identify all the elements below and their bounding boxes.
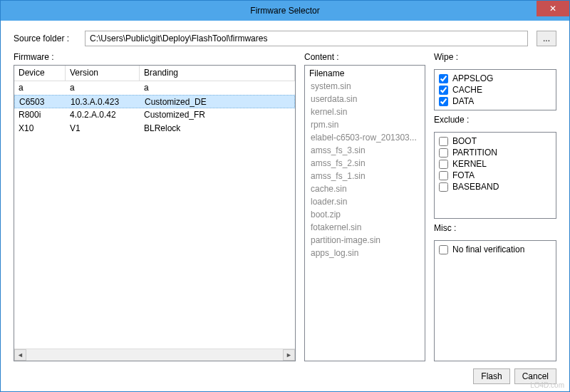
- close-icon: ✕: [549, 4, 556, 13]
- firmware-label: Firmware :: [14, 52, 296, 62]
- exclude-label: KERNEL: [452, 159, 487, 169]
- cell-device: R800i: [14, 108, 66, 122]
- filter-device[interactable]: a: [14, 81, 66, 95]
- content-header: Filename: [308, 67, 422, 80]
- source-folder-input[interactable]: [85, 31, 528, 46]
- scroll-left-icon[interactable]: ◄: [14, 349, 26, 361]
- exclude-option[interactable]: KERNEL: [439, 158, 551, 170]
- exclude-label: PARTITION: [452, 148, 497, 158]
- header-branding[interactable]: Branding: [140, 66, 295, 81]
- dialog-body: Source folder : ... Firmware : Device Ve…: [1, 21, 569, 391]
- filter-version[interactable]: a: [66, 81, 140, 95]
- exclude-label: BASEBAND: [452, 182, 499, 192]
- source-folder-row: Source folder : ...: [14, 31, 556, 46]
- cell-branding: Customized_DE: [140, 96, 294, 108]
- misc-option[interactable]: No final verification: [439, 244, 551, 255]
- wipe-checkbox[interactable]: [439, 86, 448, 95]
- list-item[interactable]: loader.sin: [308, 195, 422, 208]
- exclude-checkbox[interactable]: [439, 160, 448, 169]
- firmware-selector-window: Firmware Selector ✕ Source folder : ... …: [0, 0, 570, 392]
- wipe-option[interactable]: APPSLOG: [439, 73, 551, 84]
- filter-row: a a a: [14, 81, 295, 95]
- header-device[interactable]: Device: [14, 66, 66, 81]
- exclude-label: FOTA: [452, 170, 475, 180]
- wipe-checkgroup: APPSLOGCACHEDATA: [434, 69, 556, 110]
- header-version[interactable]: Version: [66, 66, 140, 81]
- exclude-option[interactable]: BOOT: [439, 135, 551, 147]
- cell-device: C6503: [15, 96, 66, 108]
- exclude-checkbox[interactable]: [439, 137, 448, 146]
- list-item[interactable]: boot.zip: [308, 208, 422, 221]
- list-item[interactable]: fotakernel.sin: [308, 221, 422, 234]
- misc-label: No final verification: [452, 244, 524, 254]
- list-item[interactable]: rpm.sin: [308, 118, 422, 131]
- main-panels: Firmware : Device Version Branding a a a…: [14, 52, 556, 361]
- exclude-option[interactable]: BASEBAND: [439, 181, 551, 192]
- exclude-checkbox[interactable]: [439, 182, 448, 192]
- firmware-panel: Firmware : Device Version Branding a a a…: [14, 52, 296, 361]
- wipe-label: Wipe :: [434, 52, 556, 62]
- close-button[interactable]: ✕: [537, 1, 569, 16]
- misc-checkgroup: No final verification: [434, 240, 556, 361]
- firmware-table: Device Version Branding a a a C650310.3.…: [14, 65, 296, 361]
- exclude-checkgroup: BOOTPARTITIONKERNELFOTABASEBAND: [434, 132, 556, 219]
- source-folder-label: Source folder :: [14, 33, 76, 43]
- right-panel: Wipe : APPSLOGCACHEDATA Exclude : BOOTPA…: [434, 52, 556, 361]
- exclude-option[interactable]: FOTA: [439, 170, 551, 181]
- content-listbox[interactable]: Filename system.sinuserdata.sinkernel.si…: [304, 65, 425, 361]
- scroll-track[interactable]: [26, 349, 283, 361]
- exclude-checkbox[interactable]: [439, 148, 448, 158]
- cell-version: V1: [66, 122, 140, 135]
- wipe-option[interactable]: DATA: [439, 96, 551, 107]
- list-item[interactable]: userdata.sin: [308, 93, 422, 105]
- table-row[interactable]: C650310.3.A.0.423Customized_DE: [14, 95, 295, 108]
- list-item[interactable]: elabel-c6503-row_201303...: [308, 131, 422, 144]
- exclude-label: Exclude :: [434, 115, 556, 125]
- wipe-label: APPSLOG: [452, 73, 493, 83]
- exclude-option[interactable]: PARTITION: [439, 147, 551, 158]
- window-title: Firmware Selector: [1, 6, 569, 16]
- cancel-button[interactable]: Cancel: [514, 368, 556, 384]
- list-item[interactable]: partition-image.sin: [308, 234, 422, 247]
- cell-branding: Customized_FR: [140, 108, 295, 122]
- cell-device: X10: [14, 122, 66, 135]
- cell-version: 4.0.2.A.0.42: [66, 108, 140, 122]
- firmware-table-header: Device Version Branding: [14, 66, 295, 81]
- exclude-checkbox[interactable]: [439, 171, 448, 180]
- browse-button[interactable]: ...: [537, 31, 556, 46]
- list-item[interactable]: amss_fs_2.sin: [308, 157, 422, 170]
- dialog-button-row: Flash Cancel: [14, 367, 556, 384]
- horizontal-scrollbar[interactable]: ◄ ►: [14, 349, 295, 361]
- cell-branding: BLRelock: [140, 122, 295, 135]
- exclude-label: BOOT: [452, 136, 477, 146]
- wipe-option[interactable]: CACHE: [439, 84, 551, 96]
- table-row[interactable]: R800i4.0.2.A.0.42Customized_FR: [14, 108, 295, 122]
- misc-checkbox[interactable]: [439, 245, 448, 254]
- wipe-label: DATA: [452, 96, 474, 106]
- table-row[interactable]: X10V1BLRelock: [14, 122, 295, 135]
- misc-label: Misc :: [434, 223, 556, 233]
- filter-branding[interactable]: a: [140, 81, 295, 95]
- firmware-table-body: a a a C650310.3.A.0.423Customized_DER800…: [14, 81, 295, 349]
- scroll-right-icon[interactable]: ►: [283, 349, 295, 361]
- list-item[interactable]: kernel.sin: [308, 105, 422, 118]
- content-panel: Content : Filename system.sinuserdata.si…: [304, 52, 425, 361]
- list-item[interactable]: apps_log.sin: [308, 247, 422, 259]
- list-item[interactable]: amss_fs_3.sin: [308, 144, 422, 157]
- titlebar: Firmware Selector ✕: [1, 1, 569, 21]
- wipe-label: CACHE: [452, 85, 482, 95]
- content-label: Content :: [304, 52, 425, 62]
- list-item[interactable]: amss_fs_1.sin: [308, 170, 422, 182]
- cell-version: 10.3.A.0.423: [66, 96, 140, 108]
- wipe-checkbox[interactable]: [439, 97, 448, 106]
- flash-button[interactable]: Flash: [473, 368, 509, 384]
- list-item[interactable]: cache.sin: [308, 182, 422, 195]
- wipe-checkbox[interactable]: [439, 74, 448, 83]
- list-item[interactable]: system.sin: [308, 80, 422, 93]
